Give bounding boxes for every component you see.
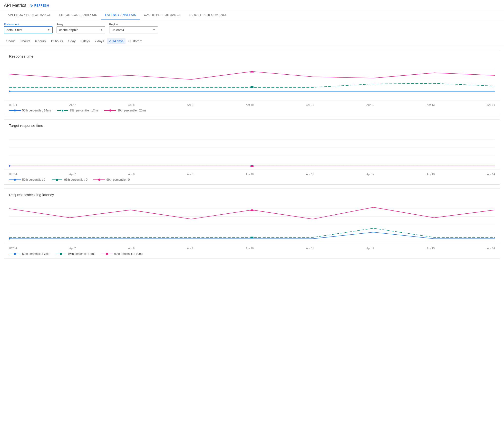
legend-target-50th-label: 50th percentile : 0	[22, 178, 45, 181]
legend-blue-dot	[14, 110, 16, 111]
region-value: us-east4	[112, 28, 124, 32]
svg-rect-20	[251, 237, 253, 238]
region-arrow-icon: ▼	[153, 29, 155, 31]
svg-point-19	[9, 238, 11, 240]
legend-blue-line2	[16, 110, 21, 111]
target-response-svg	[9, 131, 495, 168]
proxy-label: Proxy	[56, 23, 105, 26]
environment-arrow-icon: ▼	[48, 29, 50, 31]
request-processing-title: Request processing latency	[4, 189, 500, 199]
custom-arrow-icon: ▼	[140, 40, 142, 43]
request-processing-svg	[9, 201, 495, 243]
response-time-x-labels: UTC-4 Apr 7 Apr 8 Apr 9 Apr 10 Apr 11 Ap…	[9, 102, 495, 107]
page-title: API Metrics	[4, 3, 26, 8]
target-response-x-labels: UTC-4 Apr 7 Apr 8 Apr 9 Apr 10 Apr 11 Ap…	[9, 172, 495, 176]
legend-50th: 50th percentile : 14ms	[9, 109, 51, 112]
request-processing-footer: UTC-4 Apr 7 Apr 8 Apr 9 Apr 10 Apr 11 Ap…	[4, 244, 500, 259]
environment-label: Environment	[4, 23, 53, 26]
filter-row: Environment default-test ▼ Proxy cache-h…	[0, 20, 504, 36]
target-response-footer: UTC-4 Apr 7 Apr 8 Apr 9 Apr 10 Apr 11 Ap…	[4, 169, 500, 184]
legend-proc-99th-label: 99th percentile : 10ms	[114, 252, 143, 256]
response-time-footer: UTC-4 Apr 7 Apr 8 Apr 9 Apr 10 Apr 11 Ap…	[4, 100, 500, 115]
time-1day[interactable]: 1 day	[66, 38, 77, 44]
environment-filter-group: Environment default-test ▼	[4, 23, 53, 33]
legend-target-blue-line2	[16, 179, 21, 180]
svg-marker-21	[250, 209, 254, 211]
time-14days[interactable]: ✓ 14 days	[107, 38, 126, 44]
time-1hour[interactable]: 1 hour	[4, 38, 17, 44]
legend-proc-teal-square	[60, 253, 62, 255]
legend-target-50th: 50th percentile : 0	[9, 178, 45, 181]
proxy-select[interactable]: cache-httpbin ▼	[56, 26, 105, 33]
legend-teal-square	[62, 110, 63, 111]
legend-proc-pink-diamond	[106, 252, 108, 255]
response-time-svg	[9, 62, 495, 99]
environment-select[interactable]: default-test ▼	[4, 26, 53, 33]
time-6hours[interactable]: 6 hours	[33, 38, 48, 44]
legend-proc-50th-label: 50th percentile : 7ms	[22, 252, 49, 256]
target-response-chart: Target response time UTC-4 Apr 7 Apr 8 A…	[4, 119, 500, 185]
legend-target-teal-square	[56, 179, 58, 181]
legend-target-blue-line	[9, 179, 14, 180]
response-time-chart: Response time UTC-4 Apr 7 Apr 8 Apr 9 Ap…	[4, 50, 500, 115]
response-time-area	[4, 60, 500, 99]
time-12hours[interactable]: 12 hours	[49, 38, 65, 44]
environment-value: default-test	[7, 28, 22, 32]
legend-target-teal-dash2	[58, 179, 62, 180]
time-filter-bar: 1 hour 3 hours 6 hours 12 hours 1 day 3 …	[0, 36, 504, 46]
proxy-value: cache-httpbin	[59, 28, 78, 32]
tab-cache[interactable]: CACHE PERFORMANCE	[140, 10, 185, 20]
tab-target[interactable]: TARGET PERFORMANCE	[185, 10, 232, 20]
legend-target-95th: 95th percentile : 0	[51, 178, 87, 181]
legend-teal-dash2	[64, 110, 68, 111]
legend-target-99th: 99th percentile : 0	[93, 178, 130, 181]
svg-point-4	[9, 90, 11, 92]
time-custom[interactable]: Custom ▼	[127, 38, 144, 44]
time-7days[interactable]: 7 days	[93, 38, 106, 44]
refresh-label: REFRESH	[34, 4, 49, 7]
legend-99th-label: 99th percentile : 20ms	[118, 109, 146, 112]
legend-proc-pink-line2	[108, 254, 113, 254]
tab-bar: API PROXY PERFORMANCE ERROR CODE ANALYSI…	[0, 10, 504, 20]
time-3days[interactable]: 3 days	[78, 38, 92, 44]
region-label: Region	[109, 23, 158, 26]
legend-proc-95th-label: 95th percentile : 8ms	[68, 252, 95, 256]
tab-error-code[interactable]: ERROR CODE ANALYSIS	[55, 10, 101, 20]
request-processing-x-labels: UTC-4 Apr 7 Apr 8 Apr 9 Apr 10 Apr 11 Ap…	[9, 246, 495, 251]
legend-proc-blue-dot	[14, 253, 16, 255]
legend-target-99th-label: 99th percentile : 0	[107, 178, 130, 181]
tab-api-proxy[interactable]: API PROXY PERFORMANCE	[4, 10, 55, 20]
tab-latency[interactable]: LATENCY ANALYSIS	[101, 10, 140, 20]
proxy-arrow-icon: ▼	[100, 29, 103, 31]
request-processing-area	[4, 199, 500, 243]
response-time-title: Response time	[4, 50, 500, 60]
region-select[interactable]: us-east4 ▼	[109, 26, 158, 33]
refresh-button[interactable]: ↻ REFRESH	[30, 4, 49, 8]
legend-99th: 99th percentile : 20ms	[104, 109, 146, 112]
legend-proc-pink-line	[101, 254, 106, 254]
time-3hours[interactable]: 3 hours	[18, 38, 32, 44]
request-processing-legend: 50th percentile : 7ms 95th percentile : …	[9, 252, 495, 256]
legend-target-pink-line	[93, 179, 98, 180]
legend-pink-diamond	[109, 109, 111, 112]
legend-target-pink-diamond	[98, 178, 100, 181]
legend-proc-99th: 99th percentile : 10ms	[101, 252, 143, 256]
region-filter-group: Region us-east4 ▼	[109, 23, 158, 33]
legend-proc-95th: 95th percentile : 8ms	[55, 252, 95, 256]
target-response-title: Target response time	[4, 120, 500, 130]
legend-proc-blue-line	[9, 254, 14, 254]
legend-proc-teal-dash	[55, 254, 59, 254]
legend-95th-label: 95th percentile : 17ms	[70, 109, 98, 112]
legend-target-blue-dot	[14, 179, 16, 181]
proxy-filter-group: Proxy cache-httpbin ▼	[56, 23, 105, 33]
legend-50th-label: 50th percentile : 14ms	[22, 109, 51, 112]
legend-pink-line2	[111, 110, 116, 111]
legend-95th: 95th percentile : 17ms	[57, 109, 98, 112]
legend-target-teal-dash	[52, 179, 55, 180]
legend-target-pink-line2	[100, 179, 105, 180]
legend-blue-line	[9, 110, 14, 111]
legend-proc-50th: 50th percentile : 7ms	[9, 252, 49, 256]
svg-rect-5	[251, 86, 253, 88]
legend-target-95th-label: 95th percentile : 0	[64, 178, 87, 181]
page-header: API Metrics ↻ REFRESH	[0, 0, 504, 10]
